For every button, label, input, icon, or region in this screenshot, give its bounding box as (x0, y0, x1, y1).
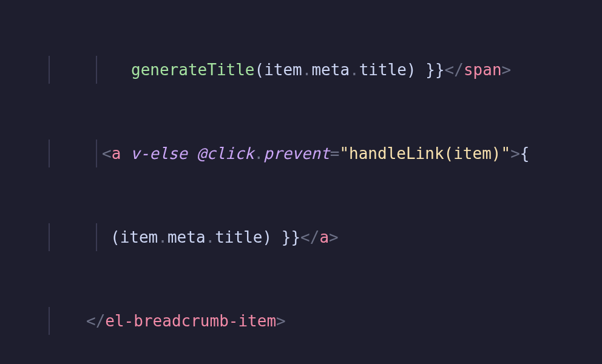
string: "handleLink(item)" (339, 140, 510, 167)
tag-open: < (102, 140, 112, 167)
equals: = (330, 140, 340, 167)
mustache: { (520, 140, 530, 167)
code-line: </el-breadcrumb-item> (0, 307, 602, 335)
code-text: (item (110, 223, 158, 251)
code-text: (item (255, 56, 302, 84)
dot: . (254, 140, 263, 167)
code-text: meta (311, 56, 350, 84)
tag-close-open: </ (445, 56, 464, 84)
code-line: generateTitle(item.meta.title) }}</span> (0, 56, 602, 84)
dot: . (158, 223, 167, 251)
code-text: title) }} (359, 56, 445, 84)
code-text: meta (167, 223, 206, 251)
dot: . (206, 223, 215, 251)
code-text: title) }} (215, 223, 300, 251)
code-line: <a v-else @click.prevent="handleLink(ite… (0, 140, 602, 167)
attr: prevent (263, 140, 330, 167)
tag-close-open: </ (300, 223, 319, 251)
tag-close: > (276, 307, 286, 335)
tag-name: span (464, 56, 502, 84)
tag-name: el-breadcrumb-item (105, 307, 276, 335)
function-call: generateTitle (131, 56, 255, 84)
tag-name: a (319, 223, 329, 251)
tag-name: a (112, 140, 121, 167)
attr: v-else (121, 140, 188, 167)
at-sign: @ (188, 140, 206, 167)
attr: click (206, 140, 254, 167)
code-line: (item.meta.title) }}</a> (0, 223, 602, 251)
tag-close: > (502, 56, 512, 84)
dot: . (350, 56, 359, 84)
dot: . (302, 56, 312, 84)
tag-close-open: </ (86, 307, 105, 335)
code-editor[interactable]: generateTitle(item.meta.title) }}</span>… (0, 0, 602, 364)
tag-close: > (510, 140, 520, 167)
tag-close: > (329, 223, 339, 251)
